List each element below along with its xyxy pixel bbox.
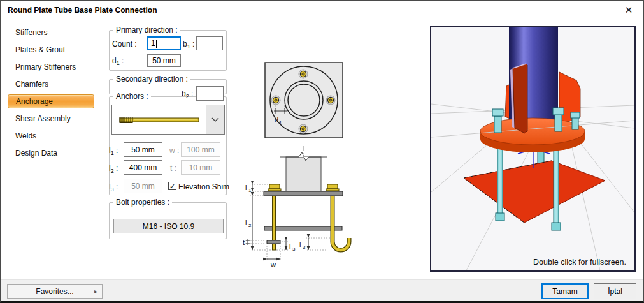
svg-text:3: 3 [303,244,306,250]
svg-text:l: l [245,184,247,191]
secondary-direction-group-label: Secondary direction : [113,75,190,84]
l1-label: l1 : [109,146,118,156]
svg-text:l: l [299,240,301,248]
category-list: Stiffeners Plates & Grout Primary Stiffe… [6,22,96,280]
d1-input[interactable]: 50 mm [147,54,181,67]
w-input: 100 mm [181,142,220,157]
svg-text:l: l [289,242,290,250]
sidebar-item-design-data[interactable]: Design Data [6,145,96,162]
favorites-button[interactable]: Favorites... ▸ [7,284,103,299]
bolt-grade-button[interactable]: M16 - ISO 10.9 [113,219,224,233]
sidebar-item-chamfers[interactable]: Chamfers [6,76,96,93]
b2-label: b2 : [182,89,193,100]
svg-text:2: 2 [248,223,252,228]
l1-input[interactable]: 50 mm [124,142,162,157]
primary-direction-group-label: Primary direction : [113,26,180,34]
bolt-properties-group-label: Bolt properties : [113,198,172,207]
count-input[interactable]: 1 [147,36,181,50]
favorites-arrow-icon: ▸ [94,288,97,295]
sidebar-item-stiffeners[interactable]: Stiffeners [6,24,96,41]
d1-label: d1 : [112,56,124,66]
sidebar-item-shear-assembly[interactable]: Shear Assembly [6,110,96,128]
cancel-button[interactable]: İptal [594,283,636,299]
l3-input: 50 mm [124,179,162,193]
l2-label: l2 : [109,164,118,174]
base-plate-connection-dialog: Round Plate Tube Base Plate Connection ✕… [0,0,644,303]
w-label: w : [169,146,179,156]
svg-text:w: w [270,261,276,269]
svg-text:l: l [245,219,247,226]
sidebar-item-primary-stiffeners[interactable]: Primary Stiffeners [6,59,96,76]
3d-preview-viewport[interactable]: Double click for fullscreen. [430,26,636,272]
check-icon: ✓ [169,182,175,190]
dropdown-button[interactable] [206,105,224,134]
titlebar: Round Plate Tube Base Plate Connection ✕ [1,1,643,20]
l2-input[interactable]: 400 mm [124,160,162,175]
anchor-rod-image [112,105,206,134]
close-icon[interactable]: ✕ [622,3,636,17]
sidebar-item-plates-grout[interactable]: Plates & Grout [6,41,96,59]
elevation-shim-checkbox[interactable]: ✓ [168,182,176,190]
plate-top-view-diagram: d 1 [262,59,348,142]
anchors-group-label: Anchors : [113,92,151,101]
l3-label: l3 : [109,182,118,193]
text-caret [156,40,157,48]
b2-input[interactable] [196,86,224,101]
count-label: Count : [112,40,137,48]
b1-input[interactable] [196,36,223,50]
svg-text:d: d [275,116,278,124]
fullscreen-hint: Double click for fullscreen. [533,258,626,267]
svg-text:1: 1 [279,120,282,126]
svg-text:3: 3 [292,246,296,252]
b1-label: b1 : [183,40,194,50]
chevron-down-icon [211,117,219,122]
ok-button[interactable]: Tamam [541,283,589,299]
sidebar-item-welds[interactable]: Welds [6,128,96,145]
dialog-title: Round Plate Tube Base Plate Connection [8,6,157,15]
3d-model-render: Double click for fullscreen. [431,27,634,270]
sidebar-item-anchorage[interactable]: Anchorage [8,94,94,108]
t-input: 10 mm [181,160,220,175]
anchor-side-view-diagram: l1 l2 t w l3 l3 [243,145,370,272]
shim-plate [464,161,605,223]
svg-text:1: 1 [248,188,252,193]
front-stiffener [510,64,527,133]
anchor-type-dropdown[interactable] [111,105,225,135]
t-label: t : [170,164,176,174]
svg-text:t: t [243,239,245,246]
elevation-shim-label: Elevation Shim [178,182,229,191]
footer-bar: Favorites... ▸ Tamam İptal [1,279,643,301]
